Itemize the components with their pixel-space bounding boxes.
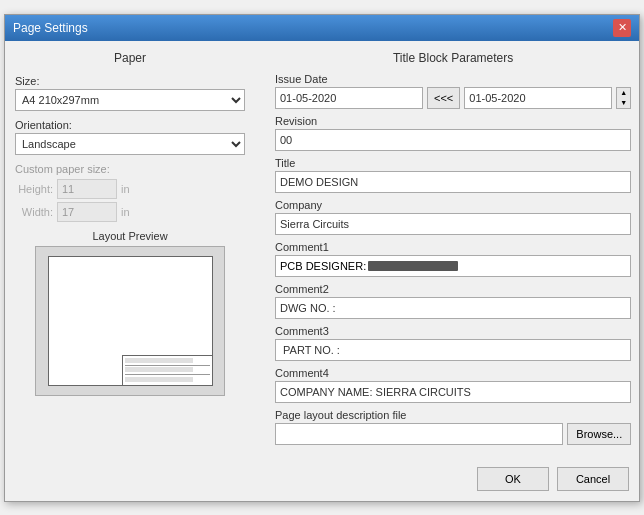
comment4-group: Comment4 <box>275 367 631 403</box>
spinner-down-button[interactable]: ▼ <box>617 98 630 108</box>
size-select[interactable]: A4 210x297mm A3 297x420mm Letter Tabloid <box>15 89 245 111</box>
comment2-label: Comment2 <box>275 283 631 295</box>
spinner-up-button[interactable]: ▲ <box>617 88 630 98</box>
width-label: Width: <box>15 206 53 218</box>
dialog-body: Paper Size: A4 210x297mm A3 297x420mm Le… <box>5 41 639 461</box>
date-nav-button[interactable]: <<< <box>427 87 460 109</box>
orientation-group: Orientation: Landscape Portrait <box>15 119 245 155</box>
revision-group: Revision <box>275 115 631 151</box>
height-label: Height: <box>15 183 53 195</box>
title-group: Title <box>275 157 631 193</box>
comment1-redacted <box>368 261 458 271</box>
comment3-input[interactable] <box>275 339 631 361</box>
revision-input[interactable] <box>275 129 631 151</box>
width-row: Width: in <box>15 202 245 222</box>
preview-text-1 <box>125 358 193 363</box>
comment4-input[interactable] <box>275 381 631 403</box>
orientation-select[interactable]: Landscape Portrait <box>15 133 245 155</box>
page-layout-label: Page layout description file <box>275 409 631 421</box>
preview-text-2 <box>125 367 193 372</box>
comment1-field: PCB DESIGNER: <box>275 255 631 277</box>
company-group: Company <box>275 199 631 235</box>
custom-size-group: Custom paper size: Height: in Width: in <box>15 163 245 222</box>
comment3-group: Comment3 <box>275 325 631 361</box>
comment2-input[interactable] <box>275 297 631 319</box>
close-button[interactable]: ✕ <box>613 19 631 37</box>
page-settings-dialog: Page Settings ✕ Paper Size: A4 210x297mm… <box>4 14 640 502</box>
size-group: Size: A4 210x297mm A3 297x420mm Letter T… <box>15 75 245 111</box>
comment3-label: Comment3 <box>275 325 631 337</box>
company-input[interactable] <box>275 213 631 235</box>
width-input[interactable] <box>57 202 117 222</box>
layout-preview-label: Layout Preview <box>15 230 245 242</box>
comment2-group: Comment2 <box>275 283 631 319</box>
size-label: Size: <box>15 75 245 87</box>
orientation-label: Orientation: <box>15 119 245 131</box>
title-input[interactable] <box>275 171 631 193</box>
preview-divider-1 <box>125 365 210 366</box>
issue-date-group: Issue Date <<< ▲ ▼ <box>275 73 631 109</box>
ok-button[interactable]: OK <box>477 467 549 491</box>
height-unit: in <box>121 183 130 195</box>
browse-button[interactable]: Browse... <box>567 423 631 445</box>
title-field-label: Title <box>275 157 631 169</box>
paper-title: Paper <box>15 51 245 67</box>
dialog-footer: OK Cancel <box>5 461 639 501</box>
comment1-label: Comment1 <box>275 241 631 253</box>
preview-text-3 <box>125 377 193 382</box>
title-bar: Page Settings ✕ <box>5 15 639 41</box>
comment1-group: Comment1 PCB DESIGNER: <box>275 241 631 277</box>
left-panel: Paper Size: A4 210x297mm A3 297x420mm Le… <box>15 51 245 451</box>
preview-title-block <box>122 355 212 385</box>
company-label: Company <box>275 199 631 211</box>
comment1-prefix: PCB DESIGNER: <box>280 260 366 272</box>
page-layout-group: Page layout description file Browse... <box>275 409 631 445</box>
issue-date-label: Issue Date <box>275 73 631 85</box>
issue-date-right-input[interactable] <box>464 87 612 109</box>
height-row: Height: in <box>15 179 245 199</box>
revision-label: Revision <box>275 115 631 127</box>
title-block-title: Title Block Parameters <box>275 51 631 65</box>
cancel-button[interactable]: Cancel <box>557 467 629 491</box>
page-layout-input[interactable] <box>275 423 563 445</box>
width-unit: in <box>121 206 130 218</box>
layout-preview <box>35 246 225 396</box>
right-panel: Title Block Parameters Issue Date <<< ▲ … <box>275 51 631 451</box>
dialog-title: Page Settings <box>13 21 88 35</box>
page-layout-row: Browse... <box>275 423 631 445</box>
preview-inner <box>48 256 213 386</box>
comment4-label: Comment4 <box>275 367 631 379</box>
issue-date-row: <<< ▲ ▼ <box>275 87 631 109</box>
height-input[interactable] <box>57 179 117 199</box>
custom-size-label: Custom paper size: <box>15 163 245 175</box>
issue-date-input[interactable] <box>275 87 423 109</box>
preview-divider-2 <box>125 374 210 375</box>
date-spinner: ▲ ▼ <box>616 87 631 109</box>
